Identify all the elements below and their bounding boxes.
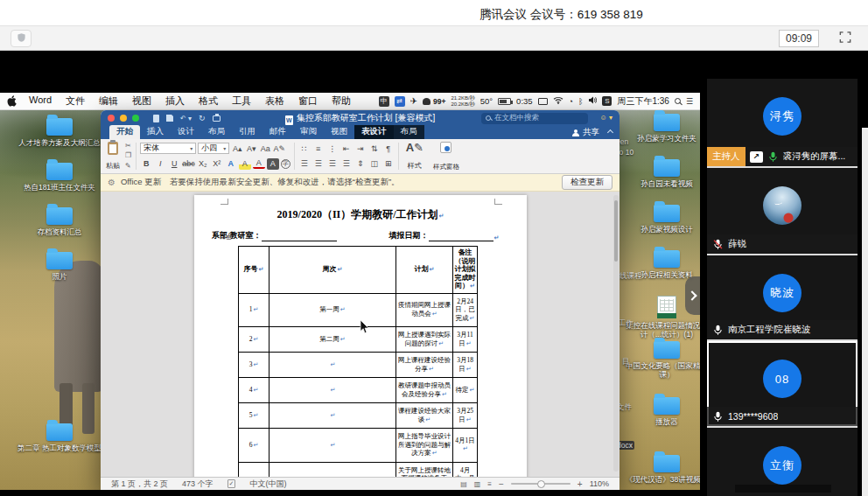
desktop-folder[interactable]: 孙启蒙学习文件夹 (637, 114, 696, 159)
desktop-folder[interactable]: 孙自园未看视频 (640, 159, 693, 205)
ribbon-tab[interactable]: 视图 (324, 125, 354, 139)
font-style-icon[interactable]: 字 (281, 159, 290, 169)
zoom-out-button[interactable] (499, 479, 504, 489)
menu-item[interactable]: 插入 (165, 94, 185, 108)
close-window-button[interactable] (108, 115, 115, 122)
table-move-handle[interactable] (226, 234, 232, 241)
paragraph-tool-icon[interactable]: ≡ (312, 143, 325, 154)
ribbon-tab[interactable]: 布局 (201, 125, 232, 139)
notification-bell-icon[interactable] (423, 98, 430, 105)
volume-icon[interactable] (588, 96, 597, 106)
panel-expand-button[interactable] (685, 276, 700, 315)
cell-plan[interactable]: 课程建设经验大家谈↵ (396, 403, 453, 429)
cell-note[interactable]: 3月18日↵ (453, 353, 478, 378)
cell-week[interactable]: ↵ (270, 462, 396, 477)
save-icon[interactable] (166, 115, 173, 122)
menu-item[interactable]: 编辑 (99, 94, 118, 108)
style-pane-button[interactable]: 样式窗格 (430, 141, 463, 171)
alignment-tool-icon[interactable]: ◫ (368, 158, 381, 170)
font-style-icon[interactable]: A (225, 158, 237, 170)
cell-note[interactable]: 2月24日，已完成↵ (453, 293, 478, 327)
desktop-folder[interactable]: 第二章 热工对象数学模型 (18, 423, 102, 468)
font-tool-icon[interactable]: A▾ (245, 143, 257, 154)
desktop-folder[interactable]: 人才培养方案及大纲汇总 (18, 118, 101, 163)
paragraph-tool-icon[interactable]: ⇥ (354, 143, 367, 154)
airplane-icon[interactable] (410, 96, 417, 106)
menu-item[interactable]: 格式 (199, 94, 218, 108)
copy-icon[interactable] (125, 151, 131, 160)
display-icon[interactable] (538, 98, 548, 105)
cell-no[interactable]: 1↵ (239, 293, 270, 327)
switch-icon[interactable] (395, 96, 405, 107)
paragraph-tool-icon[interactable]: ∷ (298, 143, 311, 154)
sogou-input-icon[interactable]: S (602, 96, 612, 106)
font-name-select[interactable]: 宋体 (140, 143, 196, 154)
cell-no[interactable]: 5↵ (239, 403, 270, 429)
zoom-slider[interactable] (511, 483, 570, 485)
alignment-tool-icon[interactable]: ⊞ (382, 158, 395, 170)
document-scrollbar[interactable] (613, 195, 619, 472)
font-style-icon[interactable]: abc (182, 158, 195, 170)
paragraph-tool-icon[interactable]: ⇅ (368, 143, 381, 154)
zoom-level[interactable]: 110% (590, 479, 609, 488)
menu-item[interactable]: 工具 (232, 94, 251, 108)
menu-item[interactable]: Word (29, 94, 52, 108)
font-style-icon[interactable]: U (168, 158, 180, 170)
minimize-window-button[interactable] (120, 115, 127, 122)
cell-no[interactable]: 3↵ (239, 353, 270, 378)
zoom-slider-handle[interactable] (537, 480, 545, 488)
cell-plan[interactable]: 网上指导毕业设计所遇到的问题与解决方案↵ (396, 429, 453, 463)
zoom-window-button[interactable] (132, 115, 139, 122)
font-style-icon[interactable]: I (154, 158, 166, 170)
collapse-ribbon-icon[interactable] (607, 129, 613, 136)
share-button[interactable]: 共享 (572, 127, 612, 138)
desktop-folder[interactable]: 播放器 (654, 397, 680, 443)
cell-no[interactable]: 6↵ (239, 429, 270, 463)
redo-icon[interactable] (199, 114, 206, 122)
font-tool-icon[interactable]: Aa (259, 143, 271, 154)
table-header-cell[interactable]: 计划↵ (396, 247, 453, 294)
control-center-icon[interactable] (686, 96, 693, 106)
alignment-tool-icon[interactable]: ☰ (340, 158, 353, 170)
cell-plan[interactable]: 网上授课遇到实际问题的探讨↵ (396, 327, 453, 353)
proofing-icon[interactable] (228, 479, 236, 488)
font-style-icon[interactable]: X² (211, 158, 223, 170)
wifi-icon[interactable] (553, 96, 564, 106)
cell-note[interactable]: 3月11日↵ (453, 327, 478, 353)
cell-plan[interactable]: 教研课题申报动员会及经验分享↵ (396, 378, 453, 403)
cell-no[interactable]: 7↵ (239, 462, 270, 477)
participant-tile[interactable]: 晓波 南京工程学院崔晓波 (707, 255, 858, 341)
font-tool-icon[interactable]: A▴ (231, 143, 243, 154)
cell-plan[interactable]: 网上课程建设经验分享↵ (396, 353, 453, 378)
ribbon-tab[interactable]: 插入 (140, 125, 171, 139)
cell-no[interactable]: 2↵ (239, 327, 270, 353)
cell-note[interactable]: 4月中，具体待定↵ (453, 462, 478, 477)
menu-item[interactable]: 表格 (265, 94, 284, 108)
undo-icon[interactable] (180, 114, 192, 122)
menu-item[interactable]: 文件 (66, 94, 85, 108)
menu-item[interactable]: 视图 (132, 94, 151, 108)
participant-tile[interactable]: 浔隽 主持人 裘浔隽的屏幕... (707, 79, 858, 168)
cell-note[interactable]: 4月1日↵ (453, 429, 478, 463)
web-layout-icon[interactable] (487, 480, 492, 488)
desktop-folder[interactable]: 照片 (46, 252, 73, 297)
desktop-folder[interactable]: 中国文化要略（国家精品课） (624, 341, 700, 387)
table-header-cell[interactable]: 周次↵ (270, 247, 396, 294)
bluetooth-icon[interactable] (578, 96, 583, 106)
zoom-in-button[interactable] (578, 479, 583, 489)
alignment-tool-icon[interactable]: ☰ (312, 158, 325, 170)
ribbon-tab[interactable]: 引用 (232, 125, 262, 139)
menu-item[interactable]: 帮助 (332, 94, 351, 108)
ribbon-tab[interactable]: 布局 (394, 125, 424, 139)
cell-week[interactable]: ↵ (270, 353, 396, 378)
word-titlebar[interactable]: W集控系部教研室工作计划 [兼容模式] 在文档中搜索 (101, 110, 620, 126)
cell-plan[interactable]: 关于网上授课转地面授课的准备工作、动员及复课安排讨论↵ (396, 462, 453, 477)
desktop-folder[interactable]: 孙启蒙视频设计 (640, 205, 693, 250)
check-update-button[interactable]: 检查更新 (562, 175, 612, 190)
participant-tile[interactable]: 08 139****9608 (707, 341, 858, 428)
participant-tile[interactable]: 立衡 (707, 428, 858, 496)
page-indicator[interactable]: 第 1 页，共 2 页 (111, 479, 168, 490)
alignment-tool-icon[interactable]: ☰ (326, 158, 339, 170)
paragraph-tool-icon[interactable]: ⋮ (326, 143, 339, 154)
desktop-folder[interactable]: 存档资料汇总 (38, 207, 82, 252)
